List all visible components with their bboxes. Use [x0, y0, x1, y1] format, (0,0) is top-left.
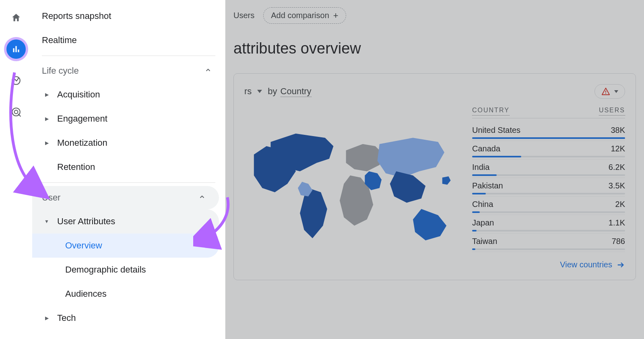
nav-acquisition[interactable]: ▶ Acquisition: [32, 83, 219, 107]
users-value: 12K: [611, 144, 625, 153]
reports-nav-sidebar: Reports snapshot Realtime Life cycle ▶ A…: [32, 0, 225, 339]
world-map[interactable]: [244, 107, 456, 269]
arrow-right-icon: [616, 260, 625, 269]
view-countries-link[interactable]: View countries: [472, 260, 625, 269]
metric-partial: rs: [244, 86, 252, 97]
table-row[interactable]: China2K: [472, 196, 625, 215]
table-row[interactable]: United States38K: [472, 122, 625, 141]
nav-tech[interactable]: ▶ Tech: [32, 306, 219, 330]
svg-point-5: [14, 110, 18, 114]
nav-retention[interactable]: Retention: [32, 155, 219, 179]
left-icon-rail: [0, 0, 32, 339]
nav-divider: [42, 56, 215, 56]
svg-rect-1: [15, 46, 17, 52]
users-value: 38K: [611, 126, 625, 135]
bar-fill: [472, 174, 497, 176]
nav-engagement[interactable]: ▶ Engagement: [32, 107, 219, 131]
table-row[interactable]: Canada12K: [472, 141, 625, 159]
bar-fill: [472, 211, 480, 213]
country-name: Japan: [472, 218, 494, 227]
nav-section-life-cycle[interactable]: Life cycle: [32, 59, 225, 83]
reports-icon[interactable]: [6, 39, 26, 59]
users-value: 1.1K: [609, 218, 625, 227]
explore-icon[interactable]: [6, 71, 26, 90]
users-by-country-card: rs by Country: [233, 73, 636, 280]
table-row[interactable]: India6.2K: [472, 159, 625, 178]
table-row[interactable]: Pakistan3.5K: [472, 178, 625, 196]
bar-track: [472, 193, 625, 194]
dimension-label: Country: [281, 86, 312, 97]
country-users-table: COUNTRY USERS United States38KCanada12KI…: [472, 107, 625, 269]
caret-down-icon: ▼: [42, 219, 52, 224]
users-value: 2K: [615, 200, 625, 209]
caret-right-icon: ▶: [42, 315, 52, 321]
users-value: 786: [612, 237, 625, 246]
nav-label: Audiences: [65, 289, 209, 299]
bar-track: [472, 211, 625, 213]
main-pane: Users Add comparison + attributes overvi…: [225, 0, 644, 339]
chip-label: Add comparison: [271, 11, 329, 20]
nav-label: Acquisition: [57, 89, 209, 100]
bar-track: [472, 174, 625, 176]
nav-label: Tech: [57, 313, 209, 323]
nav-demographic-details[interactable]: Demographic details: [32, 258, 219, 282]
country-name: United States: [472, 126, 520, 135]
nav-label: Overview: [65, 240, 209, 251]
add-comparison-button[interactable]: Add comparison +: [263, 7, 346, 24]
bar-track: [472, 230, 625, 232]
chevron-up-icon: [195, 192, 209, 203]
bar-track: [472, 248, 625, 250]
table-row[interactable]: Japan1.1K: [472, 215, 625, 234]
home-icon[interactable]: [6, 8, 26, 27]
table-header-users: USERS: [599, 107, 625, 116]
nav-monetization[interactable]: ▶ Monetization: [32, 131, 219, 155]
bar-fill: [472, 248, 475, 250]
card-metric-selector[interactable]: rs by Country: [244, 86, 312, 97]
caret-right-icon: ▶: [42, 140, 52, 146]
bar-track: [472, 137, 625, 139]
nav-label: Monetization: [57, 138, 209, 148]
table-row[interactable]: Taiwan786: [472, 234, 625, 252]
nav-user-attributes-overview[interactable]: Overview: [32, 234, 219, 258]
warning-triangle-icon: [601, 87, 610, 96]
country-name: India: [472, 163, 489, 172]
nav-label: Reports snapshot: [42, 11, 209, 21]
svg-rect-0: [13, 48, 14, 52]
chip-users-partial[interactable]: Users: [233, 8, 257, 23]
nav-label: Engagement: [57, 114, 209, 124]
caret-right-icon: ▶: [42, 92, 52, 97]
svg-rect-2: [18, 50, 19, 52]
country-name: China: [472, 200, 493, 209]
bar-fill: [472, 193, 486, 194]
users-value: 3.5K: [609, 181, 625, 190]
country-name: Pakistan: [472, 181, 503, 190]
by-word: by: [268, 86, 277, 97]
users-value: 6.2K: [609, 163, 625, 172]
nav-section-user[interactable]: User: [32, 186, 219, 209]
nav-section-label: User: [42, 192, 60, 203]
svg-rect-7: [605, 93, 606, 94]
chevron-up-icon: [201, 66, 215, 76]
nav-audiences[interactable]: Audiences: [32, 282, 219, 306]
data-quality-warning-button[interactable]: [594, 84, 625, 99]
nav-label: Retention: [57, 162, 209, 172]
plus-icon: +: [333, 11, 339, 20]
bar-fill: [472, 230, 477, 232]
advertising-icon[interactable]: [6, 102, 26, 122]
nav-label: User Attributes: [57, 216, 209, 227]
nav-label: Realtime: [42, 35, 209, 45]
country-name: Taiwan: [472, 237, 497, 246]
nav-label: Demographic details: [65, 265, 209, 275]
dropdown-triangle-icon: [257, 90, 262, 93]
svg-rect-6: [605, 91, 606, 93]
nav-reports-snapshot[interactable]: Reports snapshot: [32, 4, 219, 28]
country-name: Canada: [472, 144, 500, 153]
bar-fill: [472, 156, 521, 157]
nav-user-attributes[interactable]: ▼ User Attributes: [32, 209, 219, 234]
nav-divider: [42, 182, 215, 183]
link-label: View countries: [560, 260, 612, 269]
dropdown-triangle-icon: [614, 90, 618, 93]
table-header-country: COUNTRY: [472, 107, 510, 116]
nav-realtime[interactable]: Realtime: [32, 28, 219, 52]
topbar: Users Add comparison +: [233, 0, 636, 32]
